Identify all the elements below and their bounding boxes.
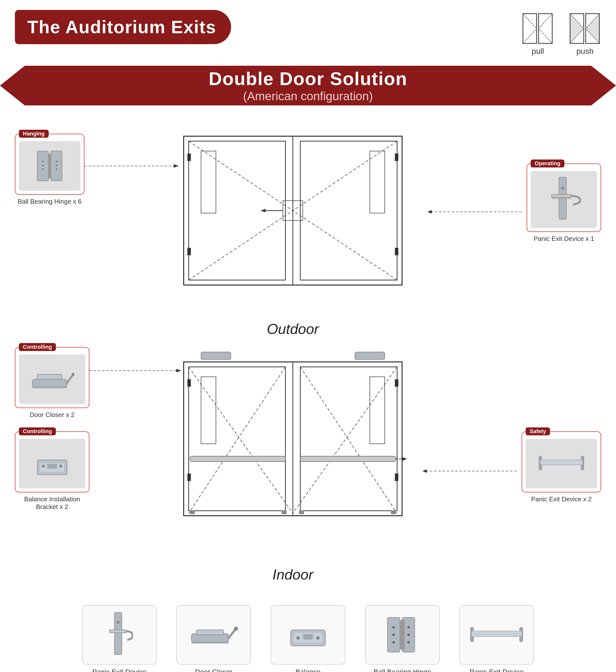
svg-rect-79 bbox=[187, 474, 191, 481]
svg-line-39 bbox=[189, 211, 293, 280]
safety-caption: Panic Exit Device x 2 bbox=[522, 495, 601, 503]
svg-rect-20 bbox=[56, 161, 57, 162]
controlling-card2: Controlling Balance Installation Bracket… bbox=[15, 431, 89, 511]
door-closer-image bbox=[19, 354, 85, 404]
product-item-0: Panic Exit Device DDPD014 bbox=[82, 605, 157, 672]
svg-rect-82 bbox=[190, 456, 285, 462]
banner-title: Double Door Solution bbox=[209, 68, 407, 89]
pull-push-diagrams: pull push bbox=[522, 12, 601, 56]
svg-rect-52 bbox=[32, 386, 67, 388]
product-box-3 bbox=[365, 605, 440, 665]
hanging-tag: Hanging bbox=[19, 130, 49, 138]
svg-rect-23 bbox=[48, 154, 51, 178]
indoor-diagram-area: Controlling Door Closer x 2 Controlling bbox=[0, 342, 616, 590]
product-item-1: Door Closer DDDC007 bbox=[176, 605, 251, 672]
svg-point-55 bbox=[42, 465, 45, 468]
svg-line-40 bbox=[293, 141, 397, 211]
svg-point-110 bbox=[407, 641, 410, 643]
svg-line-77 bbox=[300, 367, 397, 513]
safety-connector-line bbox=[423, 466, 522, 476]
hanging-card: Hanging Ball Bearing Hinge x 6 bbox=[15, 134, 84, 205]
product-name-4: Panic Exit Device bbox=[470, 668, 524, 672]
product-name-2: BalanceInstallation Bracket bbox=[279, 668, 338, 672]
svg-rect-36 bbox=[370, 151, 385, 213]
svg-rect-114 bbox=[472, 631, 522, 637]
product-icon-1 bbox=[189, 619, 238, 651]
indoor-door-diagram bbox=[169, 350, 417, 538]
svg-rect-21 bbox=[56, 165, 57, 166]
product-name-1: Door Closer bbox=[195, 668, 232, 672]
svg-rect-84 bbox=[190, 510, 195, 514]
controlling2-caption: Balance Installation Bracket x 2 bbox=[15, 495, 89, 511]
product-item-2: BalanceInstallation Bracket DDSS002-FR bbox=[271, 605, 345, 672]
panic-exit-image bbox=[531, 171, 597, 228]
svg-point-105 bbox=[393, 626, 395, 629]
product-icon-0 bbox=[106, 610, 133, 660]
svg-rect-70 bbox=[201, 377, 216, 444]
svg-point-56 bbox=[59, 465, 62, 468]
svg-point-106 bbox=[393, 634, 395, 636]
svg-rect-34 bbox=[201, 151, 216, 213]
push-icon bbox=[569, 12, 601, 45]
controlling1-caption: Door Closer x 2 bbox=[15, 411, 89, 419]
product-icon-2 bbox=[286, 619, 330, 651]
outdoor-door-diagram bbox=[169, 126, 417, 305]
product-box-0 bbox=[82, 605, 157, 665]
svg-rect-22 bbox=[56, 168, 57, 170]
svg-rect-96 bbox=[191, 641, 228, 643]
svg-rect-72 bbox=[370, 377, 385, 444]
push-label: push bbox=[576, 47, 593, 56]
outdoor-diagram-area: Hanging Ball Bearing Hinge x 6 bbox=[0, 119, 616, 342]
svg-rect-94 bbox=[196, 630, 223, 635]
svg-point-92 bbox=[117, 621, 120, 624]
product-name-3: Ball Bearing Hinge bbox=[374, 668, 431, 672]
svg-rect-104 bbox=[400, 620, 405, 650]
svg-marker-48 bbox=[260, 209, 265, 212]
svg-rect-49 bbox=[32, 379, 67, 387]
svg-rect-90 bbox=[114, 612, 122, 655]
outdoor-label: Outdoor bbox=[169, 320, 417, 337]
svg-marker-9 bbox=[570, 14, 584, 43]
svg-marker-89 bbox=[403, 457, 407, 461]
controlling1-tag: Controlling bbox=[19, 343, 56, 351]
svg-line-74 bbox=[189, 367, 293, 513]
svg-rect-67 bbox=[355, 352, 385, 359]
operating-caption: Panic Exit Device x 1 bbox=[527, 235, 601, 243]
operating-card: Operating Panic Exit Device x 1 bbox=[527, 163, 601, 243]
svg-rect-44 bbox=[395, 154, 398, 161]
svg-line-4 bbox=[539, 14, 552, 29]
safety-card: Safety Panic Exit Device x 2 bbox=[522, 431, 601, 503]
svg-point-109 bbox=[407, 634, 410, 636]
svg-rect-42 bbox=[187, 154, 191, 161]
svg-rect-57 bbox=[47, 464, 57, 469]
indoor-label: Indoor bbox=[169, 566, 417, 583]
product-box-2 bbox=[271, 605, 345, 665]
hinge-image bbox=[19, 141, 80, 191]
svg-rect-86 bbox=[299, 510, 304, 514]
svg-line-2 bbox=[523, 29, 537, 43]
operating-connector-line bbox=[427, 207, 527, 217]
svg-rect-83 bbox=[300, 456, 396, 462]
bracket-image bbox=[19, 439, 85, 488]
pull-door-icon-container: pull bbox=[522, 12, 554, 56]
product-icon-4 bbox=[468, 625, 525, 645]
pull-label: pull bbox=[532, 47, 544, 56]
product-box-4 bbox=[459, 605, 534, 665]
hanging-caption: Ball Bearing Hinge x 6 bbox=[15, 198, 84, 205]
svg-rect-28 bbox=[552, 197, 571, 199]
product-icon-3 bbox=[385, 615, 420, 655]
svg-rect-50 bbox=[37, 374, 62, 379]
svg-line-1 bbox=[523, 14, 537, 29]
svg-rect-0 bbox=[523, 14, 537, 43]
svg-line-41 bbox=[293, 211, 397, 280]
svg-point-100 bbox=[316, 636, 320, 640]
svg-rect-78 bbox=[187, 379, 191, 387]
svg-rect-87 bbox=[391, 510, 396, 514]
svg-rect-18 bbox=[42, 165, 43, 166]
svg-rect-27 bbox=[552, 194, 571, 197]
pull-icon bbox=[522, 12, 554, 45]
svg-rect-85 bbox=[282, 510, 287, 514]
svg-rect-80 bbox=[395, 379, 398, 387]
page-title: The Auditorium Exits bbox=[15, 10, 231, 44]
svg-rect-91 bbox=[109, 630, 127, 633]
